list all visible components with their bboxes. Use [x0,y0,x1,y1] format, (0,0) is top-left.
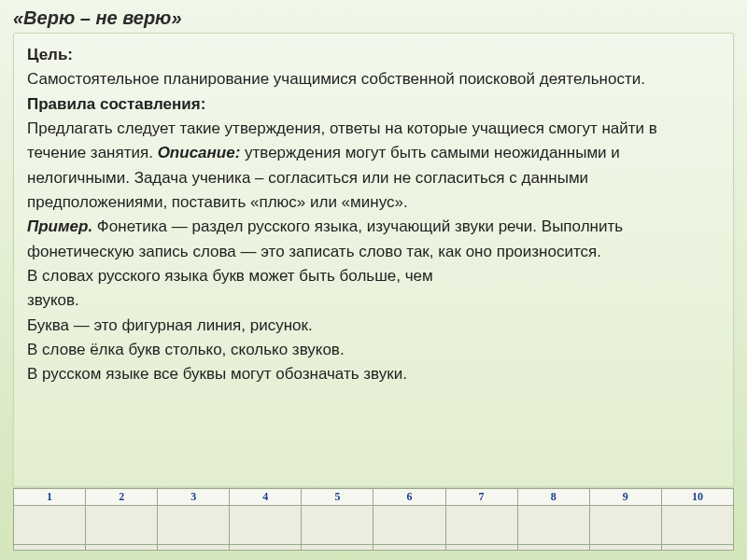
table-header-cell: 2 [86,489,158,506]
table-cell [86,545,158,551]
example-text: Фонетика — раздел русского языка, изучаю… [27,217,623,259]
table-cell [374,545,445,551]
table-cell [14,506,86,545]
slide-title: «Верю – не верю» [13,7,734,29]
table-cell [445,545,517,551]
table-cell [86,506,158,545]
slide: «Верю – не верю» Цель: Самостоятельное п… [0,0,747,560]
rules-label: Правила составления: [27,95,205,113]
table-row [14,506,734,545]
table-header-cell: 10 [661,489,733,506]
description-label: Описание: [158,144,241,161]
table-header-cell: 1 [14,489,86,506]
table-header-cell: 3 [158,489,230,506]
body-line-3: Буква — это фигурная линия, рисунок. [27,316,313,334]
table-header-cell: 7 [445,489,517,506]
table-header-cell: 9 [589,489,661,506]
example-label: Пример. [27,217,92,235]
table-header-cell: 4 [230,489,302,506]
table-cell [517,545,589,551]
table-cell [589,545,661,551]
body-line-1: В словах русского языка букв может быть … [27,267,433,285]
table-cell [158,545,230,551]
goal-label: Цель: [27,46,73,63]
table-cell [374,506,445,545]
body-line-4: В слове ёлка букв столько, сколько звуко… [27,341,345,358]
table-header-cell: 5 [302,489,374,506]
table-header-cell: 8 [517,489,589,506]
goal-text: Самостоятельное планирование учащимися с… [27,70,645,88]
table-cell [302,545,374,551]
table-cell [14,545,86,551]
body-line-5: В русском языке все буквы могут обознача… [27,365,407,383]
table-cell [661,506,733,545]
table-cell [517,506,589,545]
table: 1 2 3 4 5 6 7 8 9 10 [13,488,734,551]
table-cell [589,506,661,545]
table-cell [445,506,517,545]
table-cell [661,545,733,551]
table-row [14,545,734,551]
table-cell [302,506,374,545]
table-cell [158,506,230,545]
content-box: Цель: Самостоятельное планирование учащи… [13,33,734,487]
body-line-2: звуков. [27,291,79,309]
table-header-row: 1 2 3 4 5 6 7 8 9 10 [14,489,734,506]
table-cell [230,506,302,545]
answer-table: 1 2 3 4 5 6 7 8 9 10 [13,488,734,551]
table-cell [230,545,302,551]
table-header-cell: 6 [374,489,445,506]
